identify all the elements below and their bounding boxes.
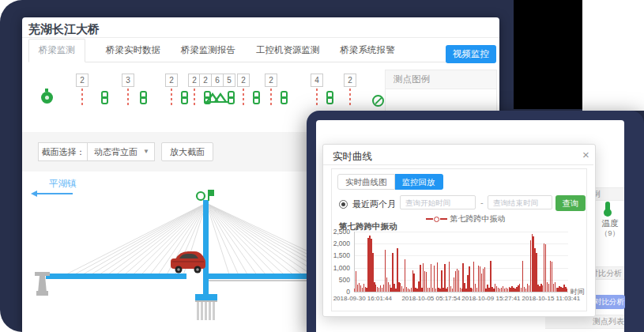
gridline xyxy=(354,243,568,244)
car xyxy=(171,251,205,274)
chain-link-icon[interactable] xyxy=(101,91,108,104)
chain-link-icon[interactable] xyxy=(140,91,147,104)
overlay-window-page: 测点图例 温度 （9） 对比分析 对比分析 测点列表 实时曲线 × 实时曲线图监… xyxy=(316,120,624,332)
alarm-dash-line xyxy=(81,89,83,105)
sensor-count-badge: 4 xyxy=(311,74,323,87)
gridline xyxy=(354,232,568,232)
section-select-label: 截面选择： xyxy=(38,142,88,161)
sensor-count-badge: 2 xyxy=(265,74,277,87)
chart-bar xyxy=(434,266,435,292)
sensor-count-badge: 6 xyxy=(211,74,224,87)
gridline xyxy=(354,292,568,292)
tab-桥梁实时数据[interactable]: 桥梁实时数据 xyxy=(106,40,160,62)
compare-analysis-button[interactable]: 对比分析 xyxy=(593,295,625,309)
tower-top-sensor-icons[interactable] xyxy=(197,190,214,201)
sensor-count-badge: 2 xyxy=(76,74,89,87)
thermometer-icon xyxy=(605,202,610,211)
y-tick-label: 1,000 xyxy=(323,264,350,272)
truss-icon[interactable] xyxy=(204,92,229,104)
left-pier xyxy=(35,272,50,296)
sensor-count-badge: 2 xyxy=(165,74,178,87)
background-panel xyxy=(582,0,644,111)
tower-pedestal xyxy=(195,294,217,300)
tab-工控机资源监测[interactable]: 工控机资源监测 xyxy=(256,40,320,62)
chart-bar xyxy=(444,264,445,292)
chart-bar xyxy=(567,289,567,292)
tower-piles xyxy=(197,302,215,320)
overlay-window-frame: 测点图例 温度 （9） 对比分析 对比分析 测点列表 实时曲线 × 实时曲线图监… xyxy=(307,111,644,332)
alarm-dash-line xyxy=(171,89,172,105)
y-tick-label: 2,500 xyxy=(323,228,350,236)
video-monitor-button[interactable]: 视频监控 xyxy=(446,45,496,63)
chain-link-icon[interactable] xyxy=(228,91,235,104)
no-entry-icon[interactable] xyxy=(372,95,384,107)
alarm-dash-line xyxy=(270,89,272,105)
y-axis-line xyxy=(354,232,355,292)
alarm-dash-line xyxy=(316,89,318,105)
y-tick-label: 1,500 xyxy=(323,251,350,259)
main-tab-bar: 桥梁监测桥梁实时数据桥梁监测报告工控机资源监测桥梁系统报警 xyxy=(28,38,493,62)
sensor-count-badge: 3 xyxy=(122,74,134,87)
y-tick-label: 500 xyxy=(323,276,350,284)
section-dropdown-value: 动态背立面 xyxy=(94,147,137,157)
realtime-curve-modal: 实时曲线 × 实时曲线图监控回放 最近两个月 - 查询 第七跨跨中振动 第七跨跨… xyxy=(322,144,596,317)
sensor-count-badge: 2 xyxy=(344,74,356,87)
zoom-section-button[interactable]: 放大截面 xyxy=(161,142,213,161)
alarm-dash-line xyxy=(127,89,129,105)
tab-桥梁监测[interactable]: 桥梁监测 xyxy=(28,39,85,62)
black-video-region xyxy=(514,0,582,109)
screenshot-root: { "app": { "background_color": "#272f4b"… xyxy=(0,0,644,332)
temperature-label: 温度 xyxy=(594,218,626,229)
chart-area: 05001,0001,5002,0002,5002018-09-30 16:01… xyxy=(323,145,593,315)
temperature-count: （9） xyxy=(591,228,629,239)
tab-桥梁监测报告[interactable]: 桥梁监测报告 xyxy=(181,40,235,62)
pile-cap xyxy=(195,300,217,302)
x-tick-label: 2018-09-30 16:01:44 xyxy=(327,295,398,302)
tab-桥梁系统报警[interactable]: 桥梁系统报警 xyxy=(341,40,395,62)
chain-link-icon[interactable] xyxy=(326,91,333,104)
page-title: 芜湖长江大桥 xyxy=(28,22,100,37)
chain-link-icon[interactable] xyxy=(181,91,188,104)
bridge-tower xyxy=(203,200,209,300)
point-legend-title: 测点图例 xyxy=(386,70,496,89)
alarm-dash-line xyxy=(194,89,195,105)
section-dropdown[interactable]: 动态背立面 ▼ xyxy=(87,142,155,161)
alarm-dash-line xyxy=(243,89,244,105)
sensor-count-badge: 2 xyxy=(237,74,250,87)
sensor-count-badge: 2 xyxy=(199,74,212,87)
y-tick-label: 2,000 xyxy=(323,240,350,247)
chain-link-icon[interactable] xyxy=(281,91,288,104)
chain-link-icon[interactable] xyxy=(253,91,260,104)
x-axis-name: 时间 xyxy=(571,287,585,297)
chevron-down-icon: ▼ xyxy=(143,143,149,160)
sensor-count-badge: 5 xyxy=(223,74,235,87)
alarm-dash-line xyxy=(349,89,351,105)
stopwatch-icon[interactable] xyxy=(41,92,53,104)
